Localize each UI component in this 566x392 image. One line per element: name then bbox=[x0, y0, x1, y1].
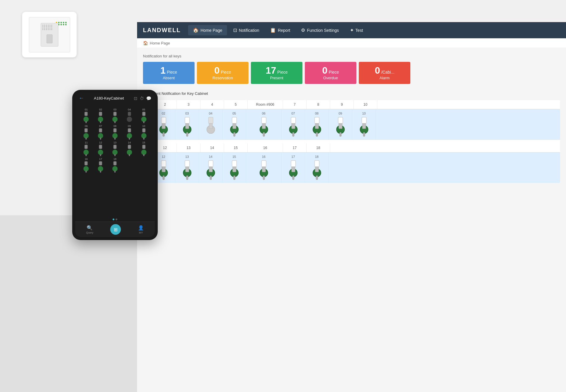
device-preview-card bbox=[22, 12, 77, 57]
tablet-dot-2 bbox=[116, 219, 117, 220]
svg-rect-94 bbox=[85, 154, 87, 156]
nav-home-label: Home Page bbox=[200, 28, 222, 33]
nav-settings-label: Function Settings bbox=[307, 28, 339, 33]
key-slot-17[interactable]: 17 bbox=[282, 153, 305, 183]
query-icon: 🔍 bbox=[87, 225, 93, 231]
svg-rect-31 bbox=[362, 117, 366, 123]
svg-rect-97 bbox=[100, 154, 101, 156]
svg-rect-72 bbox=[128, 112, 131, 116]
key-slot-09[interactable]: 09 bbox=[329, 109, 352, 140]
tablet-expand-icon[interactable]: ⊡ bbox=[134, 96, 137, 101]
tablet-key-13[interactable]: 13 bbox=[108, 141, 122, 156]
tablet-key-12[interactable]: 12 bbox=[94, 141, 107, 156]
svg-rect-19 bbox=[291, 117, 296, 123]
tablet-key-08[interactable]: 08 bbox=[108, 125, 122, 140]
tablet-key-svg-10 bbox=[141, 128, 147, 140]
tablet-key-14[interactable]: 14 bbox=[123, 141, 136, 156]
key-slot-14[interactable]: 14 bbox=[199, 153, 223, 183]
tablet-key-09[interactable]: 09 bbox=[123, 125, 136, 140]
svg-rect-58 bbox=[292, 167, 295, 172]
tablet-key-svg-01 bbox=[83, 112, 89, 123]
tablet-screen: ← A180-KeyCabinet ⊡ ⏱ 💬 01 bbox=[75, 93, 155, 237]
tablet-key-17[interactable]: 17 bbox=[94, 158, 107, 173]
key-cabinet-grid: y 2 3 4 5 Room #906 7 8 9 10 02 bbox=[143, 100, 560, 183]
svg-rect-51 bbox=[261, 161, 266, 167]
tablet-key-svg-16 bbox=[83, 161, 89, 173]
key-slot-04[interactable]: 04 bbox=[199, 109, 223, 140]
stat-card-overdue[interactable]: 0 Piece Overdue bbox=[305, 62, 356, 84]
stat-card-reservation[interactable]: 0 Piece Reservation bbox=[197, 62, 249, 84]
svg-rect-8 bbox=[208, 117, 213, 123]
tablet-key-03[interactable]: 03 bbox=[108, 108, 122, 123]
cabinet-header-row-2: 12 13 14 15 16 17 18 bbox=[143, 143, 560, 153]
nav-notification[interactable]: ⊡ Notification bbox=[228, 25, 264, 35]
tablet-chat-icon[interactable]: 💬 bbox=[146, 96, 151, 101]
svg-rect-35 bbox=[161, 161, 166, 167]
svg-rect-6 bbox=[186, 132, 188, 136]
nav-function-settings[interactable]: ⚙ Function Settings bbox=[296, 25, 343, 35]
tablet-key-grid: 01 02 03 bbox=[78, 107, 152, 174]
key-icon-02 bbox=[158, 117, 170, 137]
tablet-home-icon: ⊞ bbox=[114, 227, 118, 232]
key-slot-18[interactable]: 18 bbox=[305, 153, 329, 183]
svg-rect-115 bbox=[114, 171, 116, 173]
svg-rect-107 bbox=[85, 161, 88, 165]
svg-rect-33 bbox=[363, 132, 365, 136]
tablet-header-icons: ⊡ ⏱ 💬 bbox=[134, 96, 151, 101]
tablet-key-11[interactable]: 11 bbox=[80, 141, 93, 156]
tablet-key-18[interactable]: 18 bbox=[108, 158, 122, 173]
tablet-key-07[interactable]: 07 bbox=[94, 125, 107, 140]
test-icon: ✦ bbox=[350, 27, 354, 33]
tablet-key-svg-11 bbox=[83, 145, 89, 156]
tablet-query-button[interactable]: 🔍 Query bbox=[86, 225, 93, 234]
tablet-key-02[interactable]: 02 bbox=[94, 108, 107, 123]
tablet-key-05[interactable]: 05 bbox=[137, 108, 150, 123]
tablet-key-01[interactable]: 01 bbox=[80, 108, 93, 123]
key-icon-10 bbox=[358, 117, 370, 137]
key-slot-08[interactable]: 08 bbox=[305, 109, 329, 140]
svg-rect-113 bbox=[113, 161, 116, 165]
key-slot-10[interactable]: 10 bbox=[352, 109, 376, 140]
nav-report-label: Report bbox=[278, 28, 290, 33]
tablet-content: 01 02 03 bbox=[75, 104, 155, 217]
cabinet-section-header: Current Notification for Key Cabinet bbox=[143, 91, 560, 96]
svg-rect-79 bbox=[85, 138, 87, 140]
key-slot-13[interactable]: 13 bbox=[175, 153, 199, 183]
tablet-key-15[interactable]: 15 bbox=[137, 141, 150, 156]
svg-rect-101 bbox=[128, 145, 131, 149]
svg-rect-68 bbox=[100, 121, 101, 123]
svg-rect-100 bbox=[114, 154, 116, 156]
tablet-my-button[interactable]: 👤 MY bbox=[138, 225, 144, 234]
tablet-key-04[interactable]: 04 bbox=[123, 108, 136, 123]
key-slot-07[interactable]: 07 bbox=[282, 109, 305, 140]
stat-card-absent[interactable]: 1 Piece Absent bbox=[143, 62, 195, 84]
cabinet-data-row-1: 02 03 bbox=[143, 109, 560, 140]
tablet-key-svg-18 bbox=[112, 161, 118, 173]
key-slot-16[interactable]: 16 bbox=[246, 153, 282, 183]
svg-rect-55 bbox=[291, 161, 296, 167]
key-slot-06[interactable]: 06 bbox=[246, 109, 282, 140]
nav-home[interactable]: 🏠 Home Page bbox=[188, 25, 227, 35]
tablet-key-06[interactable]: 06 bbox=[80, 125, 93, 140]
key-icon-07 bbox=[287, 117, 299, 137]
nav-test[interactable]: ✦ Test bbox=[345, 25, 368, 35]
svg-rect-74 bbox=[142, 112, 145, 116]
svg-rect-59 bbox=[315, 161, 319, 167]
nav-report[interactable]: 📋 Report bbox=[265, 25, 295, 35]
svg-rect-4 bbox=[185, 117, 190, 123]
home-icon: 🏠 bbox=[193, 27, 199, 33]
nav-notification-label: Notification bbox=[239, 28, 259, 33]
col-header-15: 15 bbox=[224, 143, 248, 152]
tablet-key-16[interactable]: 16 bbox=[80, 158, 93, 173]
key-icon-06 bbox=[258, 117, 270, 137]
key-slot-03[interactable]: 03 bbox=[175, 109, 199, 140]
tablet-home-button[interactable]: ⊞ bbox=[110, 224, 121, 235]
tablet-back-button[interactable]: ← bbox=[79, 95, 84, 101]
col-header-4: 4 bbox=[200, 100, 224, 109]
tablet-key-10[interactable]: 10 bbox=[137, 125, 150, 140]
stat-card-alarm[interactable]: 0 /Cabi... Alarm bbox=[359, 62, 410, 84]
tablet-clock-icon[interactable]: ⏱ bbox=[140, 96, 144, 101]
key-slot-15[interactable]: 15 bbox=[223, 153, 246, 183]
key-slot-05[interactable]: 05 bbox=[223, 109, 246, 140]
stat-card-present[interactable]: 17 Piece Present bbox=[251, 62, 302, 84]
